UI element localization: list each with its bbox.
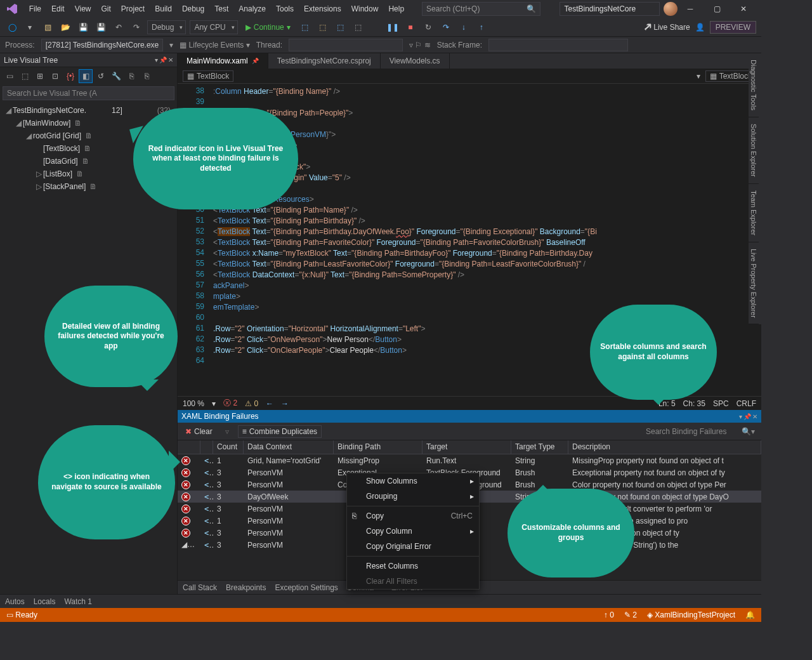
autos-tabs[interactable]: AutosLocalsWatch 1: [0, 594, 761, 608]
live-share-button[interactable]: 🡵 Live Share: [644, 23, 690, 32]
pin-icon[interactable]: 📌: [159, 56, 167, 63]
lvt-ico-8[interactable]: 🔧: [109, 69, 123, 83]
autos-tab[interactable]: Watch 1: [64, 597, 92, 606]
pin-icon[interactable]: 📌: [743, 413, 751, 420]
maximize-button[interactable]: ▢: [704, 1, 730, 16]
bottom-tab[interactable]: Breakpoints: [226, 583, 266, 592]
stackframe-dropdown[interactable]: [488, 39, 628, 51]
restart-icon[interactable]: ↻: [421, 20, 435, 34]
menu-help[interactable]: Help: [383, 2, 409, 16]
nav-fwd-icon[interactable]: ▾: [23, 20, 37, 34]
grid-header[interactable]: Count Data Context Binding Path Target T…: [178, 440, 761, 454]
close-panel-icon[interactable]: ✕: [168, 56, 173, 63]
thread-dropdown[interactable]: [289, 39, 403, 51]
debug-icon-3[interactable]: ⬚: [334, 20, 348, 34]
lvt-ico-5[interactable]: {•}: [63, 69, 77, 83]
autos-tab[interactable]: Autos: [5, 597, 25, 606]
ctx-item[interactable]: Copy Original Error: [347, 539, 479, 554]
nav-prev-icon[interactable]: ←: [266, 399, 273, 408]
nav-next-icon[interactable]: →: [281, 399, 289, 408]
nav-back-icon[interactable]: ◯: [5, 20, 19, 34]
bottom-tab[interactable]: Call Stack: [183, 583, 217, 592]
project-name[interactable]: ◈ XamlBindingTestProject: [647, 610, 735, 619]
dropdown-icon[interactable]: ▾: [155, 56, 158, 63]
ctx-item[interactable]: Copy Column: [347, 524, 479, 539]
close-button[interactable]: ✕: [731, 1, 756, 16]
lvt-ico-1[interactable]: ▭: [3, 69, 16, 83]
zoom-level[interactable]: 100 %: [183, 399, 204, 408]
save-icon[interactable]: 💾: [76, 20, 90, 34]
redo-icon[interactable]: ↷: [129, 20, 143, 34]
menu-edit[interactable]: Edit: [46, 2, 70, 16]
bottom-tab[interactable]: Exception Settings: [275, 583, 337, 592]
side-tab[interactable]: Diagnostic Tools: [749, 53, 759, 117]
warning-count[interactable]: ⚠ 0: [245, 399, 258, 408]
search-input[interactable]: Search (Ctrl+Q) 🔍: [422, 2, 540, 16]
menu-window[interactable]: Window: [346, 2, 384, 16]
right-tool-tabs[interactable]: Diagnostic ToolsSolution ExplorerTeam Ex…: [749, 53, 761, 324]
ctx-item[interactable]: ⎘CopyCtrl+C: [347, 508, 479, 524]
menu-project[interactable]: Project: [116, 2, 150, 16]
menu-git[interactable]: Git: [96, 2, 116, 16]
process-dropdown[interactable]: [27812] TestBindingsNetCore.exe: [41, 39, 164, 51]
side-tab[interactable]: Live Property Explorer: [749, 242, 759, 325]
debug-icon-1[interactable]: ⬚: [298, 20, 312, 34]
notifications-icon[interactable]: 🔔: [745, 610, 755, 619]
combine-duplicates-button[interactable]: ≡ Combine Duplicates: [238, 425, 322, 438]
tab-2[interactable]: ViewModels.cs: [381, 53, 450, 69]
context-menu[interactable]: Show ColumnsGrouping⎘CopyCtrl+CCopy Colu…: [346, 473, 480, 590]
new-icon[interactable]: ▧: [41, 20, 55, 34]
ctx-item[interactable]: Reset Columns: [347, 558, 479, 574]
menu-test[interactable]: Test: [209, 2, 233, 16]
continue-button[interactable]: ▶ Continue ▾: [242, 23, 294, 32]
pending-edits[interactable]: ✎ 2: [624, 610, 637, 619]
side-tab[interactable]: Team Explorer: [749, 184, 759, 242]
step-icon-3[interactable]: ↑: [475, 20, 488, 34]
menu-debug[interactable]: Debug: [177, 2, 209, 16]
menu-view[interactable]: View: [70, 2, 96, 16]
clear-button[interactable]: ✖ Clear: [181, 426, 216, 437]
debug-icon-2[interactable]: ⬚: [316, 20, 330, 34]
avatar[interactable]: [664, 2, 678, 16]
tree-node[interactable]: ◢TestBindingsNetCore.12](32): [0, 104, 177, 117]
lvt-ico-4[interactable]: ⊡: [48, 69, 62, 83]
lvt-ico-2[interactable]: ⬚: [18, 69, 32, 83]
publish-up[interactable]: ↑ 0: [604, 610, 614, 619]
lvt-ico-10[interactable]: ⎘: [140, 69, 154, 83]
open-icon[interactable]: 📂: [58, 20, 72, 34]
dropdown-icon[interactable]: ▾: [739, 413, 742, 420]
lvt-ico-7[interactable]: ↺: [94, 69, 108, 83]
menu-file[interactable]: File: [24, 2, 46, 16]
save-all-icon[interactable]: 💾: [94, 20, 108, 34]
undo-icon[interactable]: ↶: [112, 20, 126, 34]
stop-icon[interactable]: ■: [403, 20, 417, 34]
lvt-ico-3[interactable]: ⊞: [33, 69, 47, 83]
debug-icon-4[interactable]: ⬚: [351, 20, 365, 34]
tab-1[interactable]: TestBindingsNetCore.csproj: [268, 53, 381, 69]
crumb-left[interactable]: ▦ TextBlock: [183, 70, 233, 82]
menu-analyze[interactable]: Analyze: [233, 2, 271, 16]
autos-tab[interactable]: Locals: [34, 597, 56, 606]
filter-icon[interactable]: ▿: [221, 426, 233, 437]
error-count[interactable]: ⓧ 2: [223, 398, 237, 409]
tab-0[interactable]: MainWindow.xaml: [178, 53, 268, 69]
platform-dropdown[interactable]: Any CPU: [190, 20, 237, 34]
step-icon-2[interactable]: ↓: [457, 20, 471, 34]
binding-search-input[interactable]: Search Binding Failures 🔍▾: [643, 425, 757, 438]
config-dropdown[interactable]: Debug: [147, 20, 186, 34]
user-icon[interactable]: 👤: [695, 23, 705, 32]
solution-name[interactable]: TestBindingsNetCore: [560, 2, 660, 16]
menu-extensions[interactable]: Extensions: [299, 2, 346, 16]
failure-row[interactable]: ✕<>1Grid, Name='rootGrid'MissingPropRun.…: [178, 454, 761, 466]
close-panel-icon[interactable]: ✕: [752, 413, 757, 420]
minimize-button[interactable]: ─: [678, 1, 703, 16]
ctx-item[interactable]: Show Columns: [347, 473, 479, 489]
step-icon-1[interactable]: ↷: [439, 20, 453, 34]
ctx-item[interactable]: Grouping: [347, 489, 479, 504]
pause-icon[interactable]: ❚❚: [386, 20, 400, 34]
lvt-ico-6[interactable]: ◧: [79, 69, 93, 83]
menu-build[interactable]: Build: [150, 2, 177, 16]
menu-tools[interactable]: Tools: [271, 2, 299, 16]
lifecycle-label[interactable]: ▦ Lifecycle Events ▾: [180, 41, 249, 50]
lvt-ico-9[interactable]: ⎘: [124, 69, 138, 83]
